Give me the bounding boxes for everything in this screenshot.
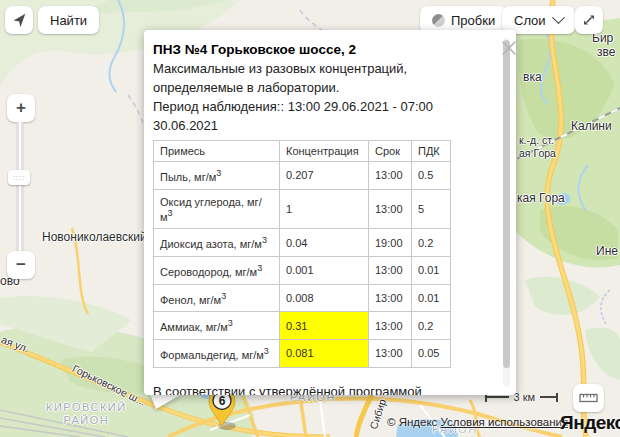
pollutant-row: Диоксид азота, мг/м30.0419:000.2 [154,229,451,257]
pdk-cell: 0.01 [412,256,451,284]
substance-cell: Сероводород, мг/м3 [154,256,280,284]
traffic-light-icon [432,14,445,27]
substance-cell: Оксид углерода, мг/м3 [154,189,280,229]
balloon-scrollbar-thumb[interactable] [503,40,510,368]
time-cell: 13:00 [369,162,412,190]
column-header-time: Срок [369,141,412,162]
terms-link[interactable]: Условия использования [441,416,569,428]
station-info-balloon: ПНЗ №4 Горьковское шоссе, 2 Максимальные… [144,30,516,395]
column-header-substance: Примесь [154,141,280,162]
time-cell: 13:00 [369,256,412,284]
ruler-button[interactable] [573,384,604,412]
map-label-zve: зве [597,45,615,59]
map-label-ine: Ине [596,244,618,258]
pollutants-table: Примесь Концентрация Срок ПДК Пыль, мг/м… [153,140,451,368]
substance-cell: Фенол, мг/м3 [154,284,280,312]
time-cell: 13:00 [369,312,412,340]
map-label-rail-station: к.-д. ст. [519,134,554,146]
search-button-label: Найти [50,13,87,28]
substance-cell: Диоксид азота, мг/м3 [154,229,280,257]
scale-line-left [487,396,509,398]
substance-cell: Аммиак, мг/м3 [154,312,280,340]
copyright-text: © Яндекс [387,416,437,428]
pdk-cell: 0.2 [412,312,451,340]
concentration-cell: 0.001 [280,256,369,284]
balloon-title: ПНЗ №4 Горьковское шоссе, 2 [153,40,498,59]
scale-line-right [540,396,556,398]
time-cell: 19:00 [369,229,412,257]
zoom-out-label: − [16,255,26,275]
fullscreen-button[interactable] [575,6,603,34]
yandex-map-view: Новониколаевский ово ая ул. Горьковское … [0,0,620,437]
balloon-subtitle: Максимальные из разовых концентраций, оп… [153,59,498,97]
map-label-kirovsky-district: КИРОВСКИЙРАЙОН [46,401,127,427]
location-arrow-icon [10,11,28,29]
pdk-cell: 0.5 [412,162,451,190]
zoom-out-button[interactable]: − [7,251,35,279]
pollutant-row: Фенол, мг/м30.00813:000.01 [154,284,451,312]
zoom-in-label: + [16,98,26,118]
concentration-cell-exceeded: 0.081 [280,339,369,367]
pdk-cell: 0.05 [412,339,451,367]
map-label-novonikolaevsky: Новониколаевский [42,230,147,244]
time-cell: 13:00 [369,189,412,229]
yandex-logo[interactable]: Яндекс [560,412,620,434]
zoom-in-button[interactable]: + [7,94,35,122]
locate-button[interactable] [5,6,33,34]
zoom-slider-handle[interactable]: :::: [8,170,30,185]
ruler-icon [579,392,598,404]
balloon-content: ПНЗ №4 Горьковское шоссе, 2 Максимальные… [144,30,498,395]
balloon-tail [150,394,182,409]
pollutant-row: Сероводород, мг/м30.00113:000.01 [154,256,451,284]
time-cell: 13:00 [369,284,412,312]
pollutant-row: Оксид углерода, мг/м3113:005 [154,189,451,229]
pollutant-table-body: Пыль, мг/м30.20713:000.5Оксид углерода, … [154,162,451,368]
balloon-close-button[interactable] [498,38,520,60]
time-cell: 13:00 [369,339,412,367]
copyright-line: © Яндекс Условия использования [387,416,568,428]
pdk-cell: 0.01 [412,284,451,312]
pdk-cell: 5 [412,189,451,229]
layers-button-label: Слои [514,13,546,28]
substance-cell: Пыль, мг/м3 [154,162,280,190]
traffic-button-label: Пробки [451,13,495,28]
concentration-cell: 0.207 [280,162,369,190]
balloon-scrollbar-track[interactable] [503,38,510,387]
pin-number-label: 6 [219,394,226,408]
observation-period: Период наблюдения:: 13:00 29.06.2021 - 0… [153,97,498,135]
zoom-slider-track[interactable] [17,122,23,254]
pollutant-row: Пыль, мг/м30.20713:000.5 [154,162,451,190]
chevron-down-icon [552,11,565,24]
column-header-pdk: ПДК [412,141,451,162]
map-label-kaya-gora: кая Гора [517,191,565,205]
close-icon [499,38,519,58]
pollutant-row: Аммиак, мг/м30.3113:000.2 [154,312,451,340]
balloon-footnote: В соответствии с утверждённой программой… [153,382,498,395]
search-button[interactable]: Найти [38,6,99,34]
column-header-concentration: Концентрация [280,141,369,162]
table-header-row: Примесь Концентрация Срок ПДК [154,141,451,162]
substance-cell: Формальдегид, мг/м3 [154,339,280,367]
map-label-kalini: Калини [571,119,612,133]
concentration-cell: 1 [280,189,369,229]
concentration-cell: 0.04 [280,229,369,257]
concentration-cell-exceeded: 0.31 [280,312,369,340]
map-label-aya-gora: ая Гора [519,147,556,159]
pdk-cell: 0.2 [412,229,451,257]
scale-tick-right [556,393,558,402]
expand-arrows-icon [581,12,597,28]
pollutant-row: Формальдегид, мг/м30.08113:000.05 [154,339,451,367]
concentration-cell: 0.008 [280,284,369,312]
map-label-vka: вка [523,70,542,84]
